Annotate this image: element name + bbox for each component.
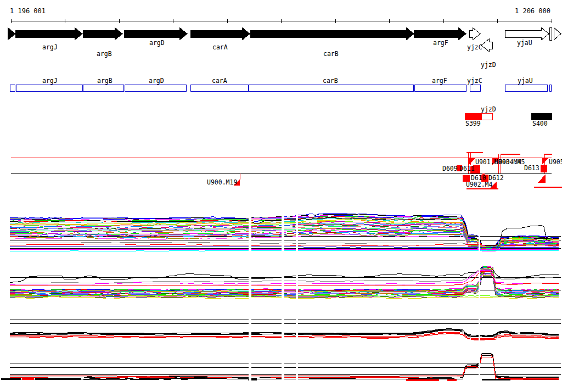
signal-track-2	[10, 266, 561, 299]
gene-arrow-argB[interactable]	[83, 27, 122, 40]
probe-yjzD[interactable]	[481, 113, 492, 120]
gene-label-yjzD: yjzD	[481, 61, 496, 69]
gene-label-argJ: argJ	[42, 43, 58, 51]
segment-box-argJ[interactable]	[16, 85, 82, 91]
probe-label-S400: S400	[532, 120, 548, 127]
marker-label-U904.M5: U904.M5	[498, 158, 525, 166]
marker-label-D613: D613	[524, 164, 539, 172]
probe-S399[interactable]	[465, 113, 481, 120]
segment-box-carA[interactable]	[190, 85, 248, 91]
signal-segment	[406, 379, 439, 381]
gene-arrow-fragment[interactable]	[8, 27, 15, 40]
marker-label-U902.M4: U902.M4	[466, 181, 493, 188]
signal-track-4	[1, 353, 561, 381]
segment-box-yjzC[interactable]	[470, 85, 480, 91]
gene-arrow-track: argJargBargDcarAcarBargFyjzCyjzDyjaU	[8, 27, 561, 69]
gene-arrow-fragment[interactable]	[554, 27, 561, 40]
signal-segment	[83, 379, 127, 380]
gene-label-yjzC: yjzC	[467, 43, 482, 51]
gene-arrow-argJ[interactable]	[15, 27, 82, 40]
segment-box-argD[interactable]	[125, 85, 186, 91]
gene-fragment-box[interactable]	[549, 27, 552, 40]
segment-label-yjaU: yjaU	[518, 77, 533, 85]
gene-arrow-yjaU[interactable]	[505, 27, 549, 40]
gene-arrow-carA[interactable]	[190, 27, 250, 40]
segment-label-argJ: argJ	[42, 77, 58, 85]
segment-box-argB[interactable]	[83, 85, 123, 91]
segment-label-carB: carB	[323, 77, 338, 85]
U905-flag[interactable]	[542, 158, 549, 165]
signal-segment	[447, 379, 457, 381]
probe-S400[interactable]	[531, 113, 552, 120]
signal-segment	[22, 378, 34, 380]
gene-label-argB: argB	[97, 50, 112, 58]
probe-label-yjzD: yjzD	[481, 105, 496, 113]
marker-box[interactable]	[541, 165, 547, 172]
gene-arrow-argF[interactable]	[414, 27, 466, 40]
gene-label-argD: argD	[149, 39, 165, 47]
segment-box-carB[interactable]	[249, 85, 413, 91]
marker-label-U900.M19: U900.M19	[207, 178, 237, 186]
segment-box-argF[interactable]	[414, 85, 466, 91]
signal-segment	[181, 379, 188, 380]
gene-arrow-yjzC[interactable]	[469, 27, 480, 40]
mask-gap	[282, 213, 284, 381]
segment-label-argD: argD	[149, 77, 164, 85]
signal-segment	[164, 379, 171, 380]
segment-box-yjaU[interactable]	[505, 85, 547, 91]
genome-browser-canvas: argJargBargDcarAcarBargFyjzCyjzDyjaUargJ…	[0, 0, 562, 392]
signal-segment	[482, 379, 510, 380]
gene-label-yjaU: yjaU	[517, 39, 532, 47]
gene-label-carB: carB	[323, 50, 339, 58]
mask-gap	[479, 213, 480, 381]
mask-gap	[249, 213, 251, 381]
gene-arrow-yjzD[interactable]	[481, 39, 492, 52]
signal-track-3	[10, 320, 561, 340]
probe-track: S399yjzDS400	[465, 105, 552, 127]
gene-label-argF: argF	[433, 39, 448, 47]
signal-segment	[130, 379, 159, 380]
signal-segment	[1, 378, 21, 380]
gene-arrow-argD[interactable]	[124, 27, 187, 40]
segment-box[interactable]	[10, 85, 15, 91]
D613-flag[interactable]	[538, 174, 546, 183]
marker-label-D611: D611	[459, 165, 475, 172]
signal-track-1	[10, 213, 561, 251]
marker-label-U905: U905	[549, 158, 562, 166]
segment-label-argB: argB	[97, 77, 113, 85]
gene-label-carA: carA	[212, 43, 228, 51]
signal-segment	[35, 378, 81, 380]
genome-browser-view: 1 196 001 1 206 000 argJargBargDcarAcarB…	[0, 0, 562, 392]
gene-arrow-carB[interactable]	[250, 27, 414, 40]
segment-box[interactable]	[549, 85, 551, 91]
segment-label-argF: argF	[432, 77, 447, 85]
mask-gap	[296, 213, 298, 381]
segment-label-yjzC: yjzC	[467, 77, 482, 85]
segment-box-track: argJargBargDcarAcarBargFyjzCyjaU	[10, 77, 551, 91]
coordinate-ruler	[11, 19, 552, 23]
marker-label-D609: D609	[442, 165, 458, 172]
segment-label-carA: carA	[212, 77, 227, 85]
marker-track: U900.M19D609D611U901.M8U903.M4U904.M5D61…	[11, 153, 562, 189]
probe-label-S399: S399	[465, 120, 481, 127]
